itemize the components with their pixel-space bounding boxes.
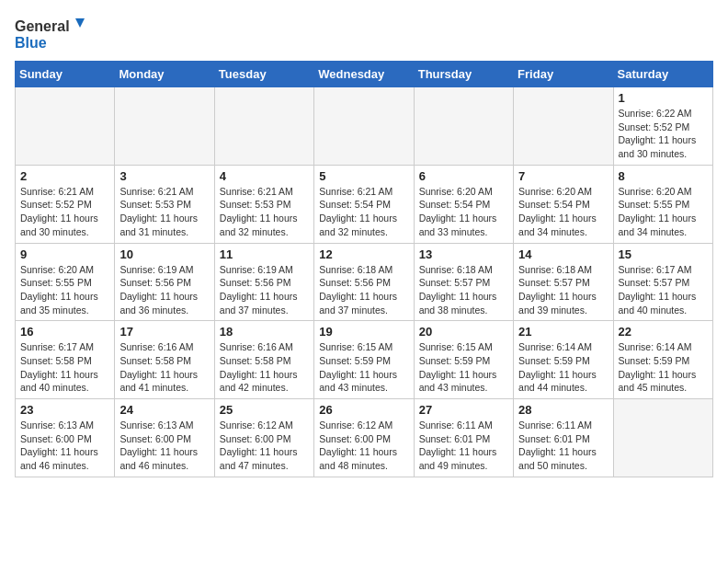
calendar-cell [414, 87, 513, 166]
calendar-cell: 3Sunrise: 6:21 AMSunset: 5:53 PMDaylight… [115, 165, 214, 243]
day-info: Sunrise: 6:12 AMSunset: 6:00 PMDaylight:… [220, 419, 309, 473]
day-header-thursday: Thursday [414, 62, 513, 87]
day-number: 19 [319, 325, 408, 339]
day-number: 28 [518, 403, 608, 417]
calendar-cell [613, 399, 712, 477]
svg-text:Blue: Blue [15, 35, 47, 51]
calendar-cell: 14Sunrise: 6:18 AMSunset: 5:57 PMDayligh… [514, 243, 613, 321]
day-info: Sunrise: 6:21 AMSunset: 5:52 PMDaylight:… [20, 185, 109, 239]
day-info: Sunrise: 6:11 AMSunset: 6:01 PMDaylight:… [518, 419, 608, 473]
logo: GeneralBlue [15, 15, 88, 52]
day-number: 15 [619, 247, 708, 261]
logo-svg: GeneralBlue [15, 15, 88, 52]
day-info: Sunrise: 6:15 AMSunset: 5:59 PMDaylight:… [419, 340, 508, 395]
week-row-5: 23Sunrise: 6:13 AMSunset: 6:00 PMDayligh… [16, 399, 713, 477]
calendar-cell: 6Sunrise: 6:20 AMSunset: 5:54 PMDaylight… [414, 165, 513, 243]
day-number: 21 [518, 325, 608, 339]
day-info: Sunrise: 6:15 AMSunset: 5:59 PMDaylight:… [319, 340, 408, 395]
day-number: 4 [220, 169, 309, 183]
day-header-friday: Friday [514, 62, 613, 87]
day-number: 23 [20, 403, 109, 417]
day-number: 6 [419, 169, 508, 183]
day-number: 27 [419, 403, 508, 417]
day-info: Sunrise: 6:20 AMSunset: 5:55 PMDaylight:… [619, 185, 708, 239]
day-number: 5 [319, 169, 408, 183]
day-number: 7 [518, 169, 608, 183]
calendar-cell [314, 87, 414, 166]
day-number: 13 [419, 247, 508, 261]
calendar-cell: 12Sunrise: 6:18 AMSunset: 5:56 PMDayligh… [314, 243, 414, 321]
day-number: 11 [220, 247, 309, 261]
calendar-cell: 15Sunrise: 6:17 AMSunset: 5:57 PMDayligh… [613, 243, 712, 321]
calendar-cell: 22Sunrise: 6:14 AMSunset: 5:59 PMDayligh… [613, 321, 712, 399]
calendar-cell: 21Sunrise: 6:14 AMSunset: 5:59 PMDayligh… [514, 321, 613, 399]
calendar-cell: 8Sunrise: 6:20 AMSunset: 5:55 PMDaylight… [613, 165, 712, 243]
calendar-cell: 20Sunrise: 6:15 AMSunset: 5:59 PMDayligh… [414, 321, 513, 399]
calendar-cell: 16Sunrise: 6:17 AMSunset: 5:58 PMDayligh… [16, 321, 115, 399]
calendar-cell: 24Sunrise: 6:13 AMSunset: 6:00 PMDayligh… [115, 399, 214, 477]
day-number: 12 [319, 247, 408, 261]
day-number: 20 [419, 325, 508, 339]
day-info: Sunrise: 6:20 AMSunset: 5:55 PMDaylight:… [20, 263, 109, 317]
calendar-cell: 26Sunrise: 6:12 AMSunset: 6:00 PMDayligh… [314, 399, 414, 477]
calendar-cell: 25Sunrise: 6:12 AMSunset: 6:00 PMDayligh… [214, 399, 313, 477]
svg-text:General: General [15, 18, 70, 34]
day-header-sunday: Sunday [16, 62, 115, 87]
calendar-cell: 10Sunrise: 6:19 AMSunset: 5:56 PMDayligh… [115, 243, 214, 321]
day-number: 18 [220, 325, 309, 339]
day-number: 2 [20, 169, 109, 183]
week-row-1: 1Sunrise: 6:22 AMSunset: 5:52 PMDaylight… [16, 87, 713, 166]
day-number: 17 [119, 325, 209, 339]
day-info: Sunrise: 6:12 AMSunset: 6:00 PMDaylight:… [319, 419, 408, 473]
day-number: 24 [119, 403, 209, 417]
day-info: Sunrise: 6:14 AMSunset: 5:59 PMDaylight:… [518, 340, 608, 395]
day-info: Sunrise: 6:21 AMSunset: 5:54 PMDaylight:… [319, 185, 408, 239]
calendar-cell: 7Sunrise: 6:20 AMSunset: 5:54 PMDaylight… [514, 165, 613, 243]
calendar-header-row: SundayMondayTuesdayWednesdayThursdayFrid… [16, 62, 713, 87]
calendar: SundayMondayTuesdayWednesdayThursdayFrid… [15, 61, 713, 477]
week-row-3: 9Sunrise: 6:20 AMSunset: 5:55 PMDaylight… [16, 243, 713, 321]
calendar-cell [514, 87, 613, 166]
day-info: Sunrise: 6:18 AMSunset: 5:57 PMDaylight:… [518, 263, 608, 317]
day-number: 25 [220, 403, 309, 417]
calendar-cell: 18Sunrise: 6:16 AMSunset: 5:58 PMDayligh… [214, 321, 313, 399]
day-info: Sunrise: 6:14 AMSunset: 5:59 PMDaylight:… [619, 340, 708, 395]
day-header-monday: Monday [115, 62, 214, 87]
day-number: 1 [619, 91, 708, 105]
header: GeneralBlue [15, 15, 713, 52]
week-row-4: 16Sunrise: 6:17 AMSunset: 5:58 PMDayligh… [16, 321, 713, 399]
day-info: Sunrise: 6:21 AMSunset: 5:53 PMDaylight:… [119, 185, 209, 239]
day-number: 22 [619, 325, 708, 339]
day-info: Sunrise: 6:11 AMSunset: 6:01 PMDaylight:… [419, 419, 508, 473]
calendar-cell: 19Sunrise: 6:15 AMSunset: 5:59 PMDayligh… [314, 321, 414, 399]
day-number: 9 [20, 247, 109, 261]
day-info: Sunrise: 6:19 AMSunset: 5:56 PMDaylight:… [220, 263, 309, 317]
day-info: Sunrise: 6:13 AMSunset: 6:00 PMDaylight:… [119, 419, 209, 473]
day-info: Sunrise: 6:21 AMSunset: 5:53 PMDaylight:… [220, 185, 309, 239]
day-info: Sunrise: 6:20 AMSunset: 5:54 PMDaylight:… [419, 185, 508, 239]
day-number: 16 [20, 325, 109, 339]
calendar-cell: 1Sunrise: 6:22 AMSunset: 5:52 PMDaylight… [613, 87, 712, 166]
day-info: Sunrise: 6:18 AMSunset: 5:57 PMDaylight:… [419, 263, 508, 317]
calendar-cell: 9Sunrise: 6:20 AMSunset: 5:55 PMDaylight… [16, 243, 115, 321]
calendar-cell: 17Sunrise: 6:16 AMSunset: 5:58 PMDayligh… [115, 321, 214, 399]
week-row-2: 2Sunrise: 6:21 AMSunset: 5:52 PMDaylight… [16, 165, 713, 243]
calendar-cell: 4Sunrise: 6:21 AMSunset: 5:53 PMDaylight… [214, 165, 313, 243]
calendar-cell: 27Sunrise: 6:11 AMSunset: 6:01 PMDayligh… [414, 399, 513, 477]
day-number: 26 [319, 403, 408, 417]
svg-marker-2 [75, 18, 85, 28]
calendar-cell [115, 87, 214, 166]
day-info: Sunrise: 6:13 AMSunset: 6:00 PMDaylight:… [20, 419, 109, 473]
day-number: 14 [518, 247, 608, 261]
calendar-cell: 28Sunrise: 6:11 AMSunset: 6:01 PMDayligh… [514, 399, 613, 477]
calendar-cell: 11Sunrise: 6:19 AMSunset: 5:56 PMDayligh… [214, 243, 313, 321]
calendar-cell: 5Sunrise: 6:21 AMSunset: 5:54 PMDaylight… [314, 165, 414, 243]
calendar-cell [214, 87, 313, 166]
day-info: Sunrise: 6:17 AMSunset: 5:58 PMDaylight:… [20, 340, 109, 395]
day-info: Sunrise: 6:19 AMSunset: 5:56 PMDaylight:… [119, 263, 209, 317]
day-info: Sunrise: 6:17 AMSunset: 5:57 PMDaylight:… [619, 263, 708, 317]
day-info: Sunrise: 6:16 AMSunset: 5:58 PMDaylight:… [220, 340, 309, 395]
day-number: 10 [119, 247, 209, 261]
day-info: Sunrise: 6:20 AMSunset: 5:54 PMDaylight:… [518, 185, 608, 239]
day-header-wednesday: Wednesday [314, 62, 414, 87]
